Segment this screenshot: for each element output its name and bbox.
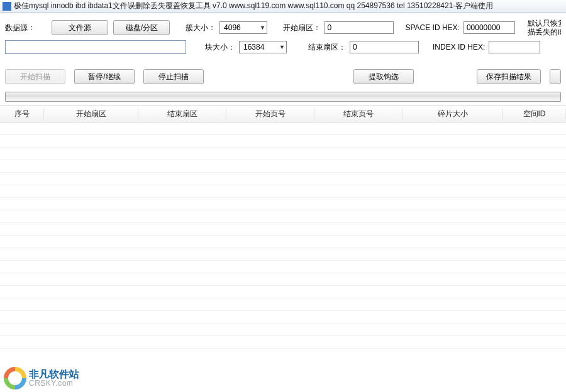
block-size-input[interactable] — [239, 41, 287, 53]
action-row: 开始扫描 暂停/继续 停止扫描 提取钩选 保存扫描结果 — [0, 59, 566, 90]
space-id-hex-input[interactable] — [463, 21, 515, 34]
end-sector-input[interactable] — [350, 41, 419, 53]
table-row — [0, 160, 566, 173]
start-scan-button[interactable]: 开始扫描 — [5, 69, 65, 84]
block-size-label: 块大小： — [205, 42, 235, 53]
file-source-button[interactable]: 文件源 — [52, 20, 108, 35]
table-row — [0, 311, 566, 324]
extract-checked-button[interactable]: 提取钩选 — [353, 69, 414, 84]
col-space-id[interactable]: 空间ID — [503, 109, 566, 119]
config-row-1: 数据源： 文件源 磁盘/分区 簇大小： ▼ 开始扇区： SPACE ID HEX… — [0, 13, 566, 39]
progress-bar — [5, 92, 561, 102]
end-sector-label: 结束扇区： — [308, 42, 346, 53]
index-id-hex-input[interactable] — [489, 41, 540, 53]
config-row-2: 块大小： ▼ 结束扇区： INDEX ID HEX: — [0, 39, 566, 59]
table-row — [0, 148, 566, 160]
results-table: 序号 开始扇区 结束扇区 开始页号 结束页号 碎片大小 空间ID — [0, 106, 566, 354]
block-size-combo[interactable]: ▼ — [239, 41, 287, 53]
note-text: 默认只恢复丢失ibda 描丢失的ibd文件请把 — [528, 19, 561, 36]
table-row — [0, 273, 566, 286]
table-row — [0, 135, 566, 148]
save-scan-result-button[interactable]: 保存扫描结果 — [477, 69, 541, 84]
watermark-logo-icon — [4, 367, 26, 389]
cluster-size-label: 簇大小： — [186, 23, 216, 33]
table-row — [0, 223, 566, 236]
table-row — [0, 185, 566, 198]
start-sector-input[interactable] — [325, 21, 394, 34]
col-fragment-size[interactable]: 碎片大小 — [402, 109, 503, 119]
watermark-cn: 非凡软件站 — [29, 369, 79, 380]
table-row — [0, 236, 566, 248]
app-icon — [3, 2, 11, 11]
watermark: 非凡软件站 CRSKY.com — [4, 367, 79, 389]
pause-resume-button[interactable]: 暂停/继续 — [74, 69, 135, 84]
disk-partition-button[interactable]: 磁盘/分区 — [113, 20, 170, 35]
table-row — [0, 173, 566, 185]
col-end-page[interactable]: 结束页号 — [314, 109, 402, 119]
note-line2: 描丢失的ibd文件请把 — [528, 28, 561, 36]
titlebar: 极佳mysql innodb ibd ibdata1文件误删除丢失覆盖恢复工具 … — [0, 0, 566, 13]
start-sector-label: 开始扇区： — [283, 23, 321, 33]
extra-button[interactable] — [550, 69, 561, 84]
table-row — [0, 298, 566, 311]
table-row — [0, 248, 566, 261]
col-seq[interactable]: 序号 — [0, 109, 44, 119]
table-row — [0, 122, 566, 135]
watermark-en: CRSKY.com — [29, 379, 79, 388]
table-header: 序号 开始扇区 结束扇区 开始页号 结束页号 碎片大小 空间ID — [0, 106, 566, 122]
table-row — [0, 336, 566, 349]
col-start-page[interactable]: 开始页号 — [226, 109, 314, 119]
table-body — [0, 122, 566, 354]
note-line1: 默认只恢复丢失ibda — [528, 19, 561, 28]
datasource-label: 数据源： — [5, 23, 35, 33]
cluster-size-combo[interactable]: ▼ — [219, 21, 267, 34]
col-end-sector[interactable]: 结束扇区 — [138, 109, 226, 119]
stop-scan-button[interactable]: 停止扫描 — [143, 69, 204, 84]
table-row — [0, 324, 566, 336]
table-row — [0, 261, 566, 273]
col-start-sector[interactable]: 开始扇区 — [44, 109, 138, 119]
index-id-hex-label: INDEX ID HEX: — [433, 43, 485, 52]
table-row — [0, 286, 566, 298]
cluster-size-input[interactable] — [219, 21, 267, 34]
datasource-input[interactable] — [5, 40, 186, 54]
window-title: 极佳mysql innodb ibd ibdata1文件误删除丢失覆盖恢复工具 … — [14, 1, 493, 11]
table-row — [0, 210, 566, 223]
table-row — [0, 198, 566, 210]
space-id-hex-label: SPACE ID HEX: — [405, 23, 459, 32]
